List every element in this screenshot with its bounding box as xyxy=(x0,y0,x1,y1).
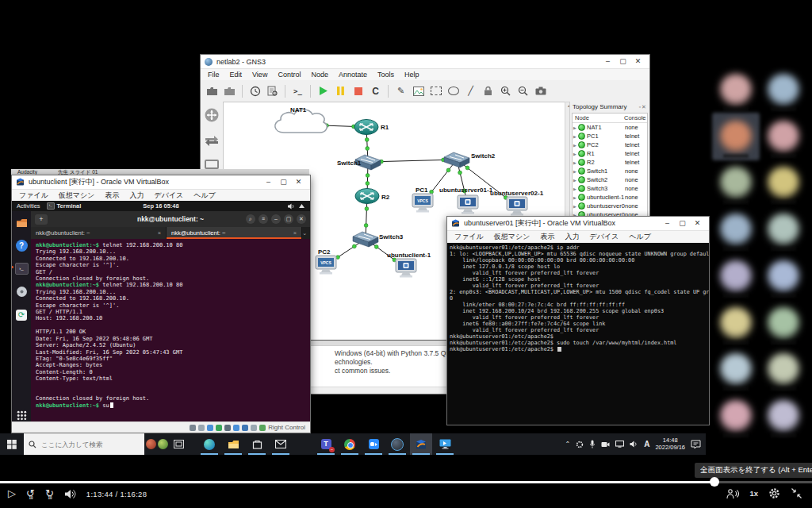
participant-video-thumbnail[interactable] xyxy=(768,74,799,106)
tray-settings-icon[interactable] xyxy=(576,441,584,448)
start-icon[interactable] xyxy=(316,84,330,98)
tab-list-chevron-icon[interactable]: ⌄ xyxy=(302,227,310,239)
maximize-icon[interactable]: ▢ xyxy=(675,217,690,229)
dock-terminal-icon[interactable]: ›_ xyxy=(15,262,29,275)
participant-video-thumbnail[interactable] xyxy=(720,74,752,106)
start-button[interactable] xyxy=(0,433,24,455)
vbox-status-audio-icon[interactable] xyxy=(207,425,213,431)
explorer-icon[interactable] xyxy=(222,433,244,455)
skip-forward-button[interactable]: ↻10 xyxy=(45,487,54,500)
vm-client-menu-item[interactable]: 仮想マシン xyxy=(59,190,95,201)
playback-speed-button[interactable]: 1x xyxy=(749,489,758,498)
draw-rectangle-icon[interactable] xyxy=(429,84,442,98)
gns3-menu-item[interactable]: Tools xyxy=(377,71,394,79)
participant-video-thumbnail[interactable] xyxy=(768,400,799,432)
skip-back-button[interactable]: ↺10 xyxy=(26,487,35,500)
new-tab-button[interactable]: + xyxy=(35,214,48,225)
seek-handle[interactable] xyxy=(710,477,719,487)
insert-image-icon[interactable] xyxy=(412,84,425,98)
vm-client-menu-item[interactable]: 入力 xyxy=(129,190,144,201)
volume-icon[interactable] xyxy=(64,489,76,499)
background-window-titlebar[interactable]: Audacity 先生 スライド 01 xyxy=(11,169,309,175)
vm-server-menu-item[interactable]: ヘルプ xyxy=(629,232,651,242)
ubuntu-clock[interactable]: Sep 16 05:48 xyxy=(12,202,310,210)
narration-icon[interactable] xyxy=(726,488,739,499)
terminal-headerbar[interactable]: + nkk@ubuntuclient: ~ ⌕ ≡ – ▢ ✕ xyxy=(31,211,310,227)
panel-dock-icons[interactable]: ▫✕ xyxy=(639,104,647,110)
dock-cdrom-icon[interactable] xyxy=(15,285,29,298)
switches-category-icon[interactable] xyxy=(203,132,220,149)
topology-summary-row[interactable]: ▶NAT1none xyxy=(573,123,647,132)
stop-icon[interactable] xyxy=(351,84,365,98)
zoom-in-icon[interactable] xyxy=(499,84,512,98)
topology-summary-row[interactable]: ▶Switch3none xyxy=(573,184,647,193)
participant-video-thumbnail[interactable] xyxy=(768,214,799,245)
tray-microphone-icon[interactable] xyxy=(589,440,596,448)
routers-category-icon[interactable] xyxy=(203,106,220,124)
vbox-status-shared-folders-icon[interactable] xyxy=(233,425,239,431)
gns3-icon[interactable] xyxy=(386,433,408,455)
hidden-icons-chevron[interactable]: ⌃ xyxy=(565,441,571,448)
taskbar-clock[interactable]: 14:48 2022/09/16 xyxy=(655,437,685,451)
topology-summary-row[interactable]: ▶R2telnet xyxy=(573,158,647,167)
exit-fullscreen-icon[interactable] xyxy=(791,487,802,499)
vbox-status-recording-icon[interactable] xyxy=(251,425,257,431)
minimize-icon[interactable]: – xyxy=(600,56,615,67)
interests-icon-red[interactable] xyxy=(146,439,156,449)
log-viewer-icon[interactable] xyxy=(266,84,279,98)
topology-node-Switch2[interactable] xyxy=(444,152,469,167)
search-input[interactable] xyxy=(40,440,130,449)
participant-video-thumbnail[interactable] xyxy=(720,121,752,152)
vbox-status-display-icon[interactable] xyxy=(242,425,248,431)
dock-files-icon[interactable] xyxy=(15,216,29,229)
gns3-menu-item[interactable]: Help xyxy=(404,71,419,79)
taskbar-search-box[interactable] xyxy=(24,433,144,455)
vm-server-window[interactable]: ubuntuserver01 [実行中] - Oracle VM Virtual… xyxy=(446,216,710,425)
annotate-note-icon[interactable]: ✎ xyxy=(394,84,408,98)
menu-icon[interactable]: ≡ xyxy=(259,214,268,224)
screenshare-icon[interactable] xyxy=(434,433,456,455)
topology-node-PC1[interactable]: VPCS xyxy=(412,194,433,213)
play-button[interactable]: ▷ xyxy=(8,487,16,500)
vm-client-menu-item[interactable]: ファイル xyxy=(19,190,48,201)
chrome-icon[interactable] xyxy=(339,433,361,455)
expand-arrow-icon[interactable]: ▶ xyxy=(573,125,578,130)
vm-client-titlebar[interactable]: ubuntuclient [実行中] - Oracle VM VirtualBo… xyxy=(12,175,310,190)
topology-summary-row[interactable]: ▶ubuntuserver01-1none xyxy=(573,202,647,210)
participant-video-thumbnail[interactable] xyxy=(720,260,752,292)
vm-server-menu-item[interactable]: デバイス xyxy=(589,232,619,242)
gns3-menu-item[interactable]: View xyxy=(252,71,267,79)
task-view-button[interactable] xyxy=(168,433,189,455)
participant-video-thumbnail[interactable] xyxy=(768,307,799,339)
maximize-icon[interactable]: ▢ xyxy=(276,176,291,188)
topology-node-ubuntuserver01-1[interactable] xyxy=(458,195,478,214)
maximize-icon[interactable]: ▢ xyxy=(284,214,293,224)
gns3-menu-item[interactable]: File xyxy=(208,71,220,79)
participant-video-thumbnail[interactable] xyxy=(720,214,752,245)
vbox-status-network-icon[interactable] xyxy=(216,425,222,431)
participant-video-thumbnail[interactable] xyxy=(720,307,752,339)
topology-node-ubuntuclient-1[interactable] xyxy=(396,259,416,278)
ubuntu-status-icons[interactable] xyxy=(288,203,305,210)
console-icon[interactable]: >_ xyxy=(291,84,304,98)
tray-volume-icon[interactable] xyxy=(630,441,638,448)
gns3-titlebar[interactable]: netlab2 - GNS3 – ▢ ✕ xyxy=(201,55,649,69)
topology-node-PC2[interactable]: VPCS xyxy=(316,256,336,275)
store-icon[interactable] xyxy=(246,433,268,455)
action-center-icon[interactable] xyxy=(691,440,701,449)
gnome-terminal-window[interactable]: + nkk@ubuntuclient: ~ ⌕ ≡ – ▢ ✕ nkk@ubun… xyxy=(31,211,310,422)
ime-indicator[interactable]: A xyxy=(644,440,649,448)
settings-gear-icon[interactable] xyxy=(768,487,780,499)
topology-summary-row[interactable]: ▶ubuntuclient-1none xyxy=(573,193,647,202)
topology-summary-row[interactable]: ▶Switch1none xyxy=(573,167,647,175)
expand-arrow-icon[interactable]: ▶ xyxy=(573,178,578,183)
dock-software-updater-icon[interactable]: ⟳ xyxy=(15,308,29,321)
search-icon[interactable]: ⌕ xyxy=(246,214,255,224)
topology-node-R1[interactable] xyxy=(354,120,378,135)
terminal-output[interactable]: nkk@ubuntuclient:~$ telnet 192.168.200.1… xyxy=(31,239,310,422)
snapshot-icon[interactable] xyxy=(248,84,262,98)
draw-line-icon[interactable]: ╱ xyxy=(464,84,477,98)
participant-video-thumbnail[interactable] xyxy=(768,260,799,292)
terminal-tab-bar[interactable]: nkk@ubuntuclient: ~×nkk@ubuntuclient: ~×… xyxy=(31,227,310,239)
gns3-menu-item[interactable]: Node xyxy=(311,71,328,79)
